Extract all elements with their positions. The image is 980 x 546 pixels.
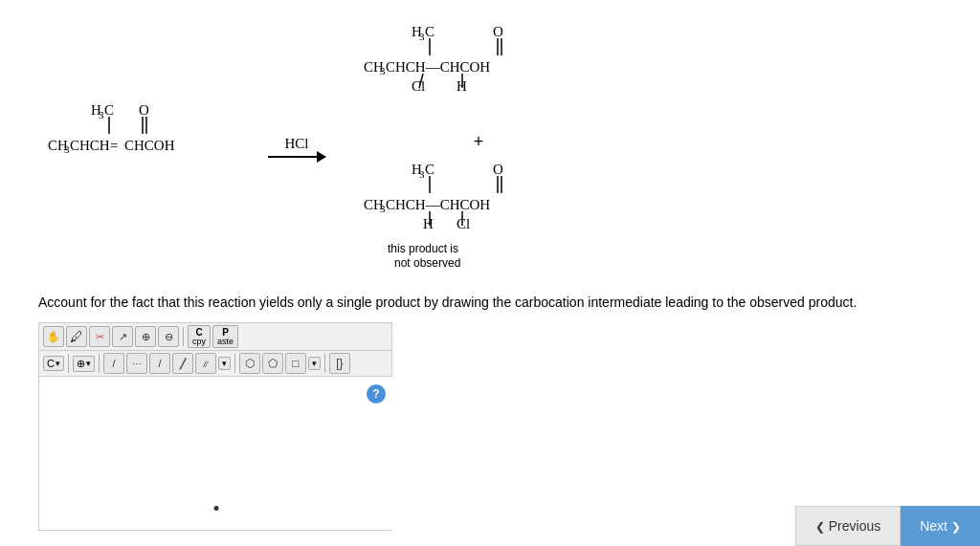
hand-tool-button[interactable]: ✋ xyxy=(43,326,64,347)
arrow xyxy=(268,156,325,158)
svg-text:Cl: Cl xyxy=(412,78,425,94)
arrow-line xyxy=(268,156,325,158)
next-chevron-icon xyxy=(951,518,961,534)
separator3 xyxy=(99,354,100,373)
bond-tool[interactable]: / xyxy=(149,353,170,374)
carbon-dropdown[interactable]: C▾ xyxy=(43,356,64,371)
wedge-tool[interactable]: ⫽ xyxy=(195,353,216,374)
svg-text:CHCOH: CHCOH xyxy=(124,138,175,153)
reagent-label: HCl xyxy=(284,136,308,152)
svg-text:=: = xyxy=(110,138,118,153)
svg-text:CHCH: CHCH xyxy=(70,138,110,153)
chemistry-diagram: H 3 C O CH 3 CHCH = CHCOH HCl xyxy=(19,10,961,284)
svg-text:CHCH—CHCOH: CHCH—CHCOH xyxy=(386,197,490,212)
drawing-canvas[interactable]: ? xyxy=(39,377,393,530)
pentagon-tool[interactable]: ⬠ xyxy=(262,353,283,374)
bracket-tool[interactable]: [} xyxy=(329,353,350,374)
eraser-button[interactable]: 🖊 xyxy=(66,326,87,347)
products-column: H 3 C O CH 3 CHCH—CHCOH Cl H xyxy=(354,19,565,274)
next-button[interactable]: Next xyxy=(901,506,980,546)
copy-button[interactable]: C cpy xyxy=(188,325,211,349)
separator4 xyxy=(234,354,235,373)
product1: H 3 C O CH 3 CHCH—CHCOH Cl H xyxy=(354,19,565,127)
svg-text:not observed: not observed xyxy=(394,256,460,270)
svg-text:C: C xyxy=(425,162,434,177)
svg-text:CHCH—CHCOH: CHCH—CHCOH xyxy=(386,59,490,75)
bond-dropdown[interactable]: ▾ xyxy=(218,357,231,370)
next-label: Next xyxy=(920,518,947,534)
shape-dropdown[interactable]: ▾ xyxy=(308,357,321,370)
zoom-out-button[interactable]: ⊖ xyxy=(158,326,179,347)
reactant-svg: H 3 C O CH 3 CHCH = CHCOH xyxy=(38,98,230,193)
question-text: Account for the fact that this reaction … xyxy=(38,294,942,313)
zoom-in-button[interactable]: ⊕ xyxy=(135,326,156,347)
bold-bond-tool[interactable]: ╱ xyxy=(172,353,193,374)
lasso-button[interactable]: ✂ xyxy=(89,326,110,347)
svg-text:O: O xyxy=(493,24,503,39)
previous-button[interactable]: Previous xyxy=(795,506,901,546)
separator2 xyxy=(68,354,69,373)
square-tool[interactable]: □ xyxy=(285,353,306,374)
add-button[interactable]: ⊕▾ xyxy=(73,356,95,372)
svg-text:this product is: this product is xyxy=(388,242,458,255)
previous-chevron-icon xyxy=(815,518,825,534)
separator1 xyxy=(183,327,184,346)
drawing-tool-container: ✋ 🖊 ✂ ↗ ⊕ ⊖ C cpy P aste xyxy=(38,322,392,532)
canvas-marker xyxy=(214,506,219,511)
paste-button[interactable]: P aste xyxy=(212,325,238,349)
main-content: H 3 C O CH 3 CHCH = CHCOH HCl xyxy=(0,0,980,540)
hexagon-tool[interactable]: ⬡ xyxy=(239,353,260,374)
select-button[interactable]: ↗ xyxy=(112,326,133,347)
dashed-line-tool[interactable]: ⋯ xyxy=(126,353,147,374)
reactant: H 3 C O CH 3 CHCH = CHCOH xyxy=(38,98,230,196)
reaction-arrow: HCl xyxy=(268,136,325,158)
svg-text:O: O xyxy=(493,162,503,177)
svg-text:O: O xyxy=(139,102,149,118)
svg-text:H: H xyxy=(423,216,434,231)
product2: H 3 C O CH 3 CHCH—CHCOH H Cl xyxy=(354,157,565,274)
help-button[interactable]: ? xyxy=(367,384,386,404)
toolbar-row2: C▾ ⊕▾ / ⋯ / ╱ ⫽ ▾ ⬡ ⬠ □ ▾ xyxy=(39,351,391,377)
svg-text:C: C xyxy=(104,102,114,118)
previous-label: Previous xyxy=(829,518,880,534)
svg-text:Cl: Cl xyxy=(457,216,470,231)
toolbar-row1: ✋ 🖊 ✂ ↗ ⊕ ⊖ C cpy P aste xyxy=(39,323,391,352)
navigation-buttons: Previous Next xyxy=(795,506,980,546)
svg-text:C: C xyxy=(425,24,434,39)
product1-svg: H 3 C O CH 3 CHCH—CHCOH Cl H xyxy=(354,19,565,124)
product2-svg: H 3 C O CH 3 CHCH—CHCOH H Cl xyxy=(354,157,565,272)
plus-separator: + xyxy=(392,132,565,152)
separator5 xyxy=(324,354,325,373)
line-tool[interactable]: / xyxy=(103,353,124,374)
